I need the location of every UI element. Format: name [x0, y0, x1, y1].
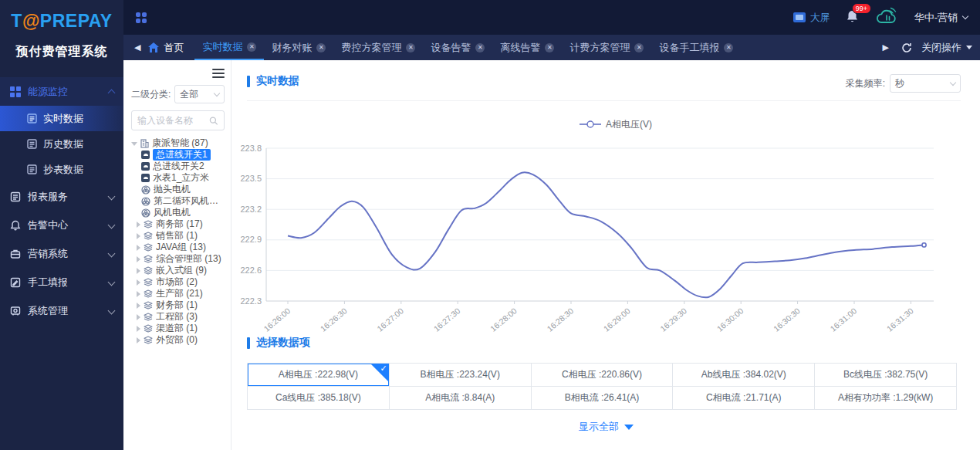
tab-1[interactable]: 财务对账✕: [264, 35, 333, 60]
tab-4[interactable]: 离线告警✕: [492, 35, 562, 60]
big-screen-button[interactable]: 大屏: [793, 11, 830, 25]
data-item-cell-1[interactable]: B相电压 :223.24(V): [390, 364, 532, 387]
panel-menu-icon[interactable]: [212, 66, 225, 80]
tab-close-icon[interactable]: ✕: [406, 43, 415, 52]
tree-device-5[interactable]: 风机电机: [141, 207, 225, 218]
category-select[interactable]: 全部: [174, 85, 225, 103]
sidebar-item-manual-fill[interactable]: 手工填报: [0, 268, 123, 296]
layers-icon: [144, 336, 153, 344]
tree-group-3[interactable]: 综合管理部 (13): [137, 253, 225, 265]
device-search-input[interactable]: [137, 115, 209, 126]
show-all-button[interactable]: 显示全部: [232, 420, 980, 434]
tree-root-company[interactable]: 康派智能 (87): [131, 137, 225, 149]
data-item-cell-2[interactable]: C相电压 :220.86(V): [532, 364, 674, 387]
data-item-cell-0[interactable]: A相电压 :222.98(V): [248, 364, 390, 387]
tree-device-3[interactable]: 抛头电机: [141, 184, 225, 195]
tabs-scroll-left-icon[interactable]: ◀: [131, 42, 144, 52]
voltage-line-chart[interactable]: 223.8223.5223.2222.9222.6222.316:26:0016…: [235, 108, 968, 340]
data-item-cell-4[interactable]: Bc线电压 :382.75(V): [815, 364, 957, 387]
tab-5[interactable]: 计费方案管理✕: [562, 35, 651, 60]
tab-close-icon[interactable]: ✕: [634, 43, 644, 52]
tree-group-4[interactable]: 嵌入式组 (9): [137, 265, 225, 276]
tab-label: 离线告警: [500, 41, 540, 55]
tree-group-7[interactable]: 财务部 (1): [137, 299, 225, 311]
sidebar-item-history-data[interactable]: 历史数据: [0, 131, 123, 157]
tab-home[interactable]: 首页: [148, 41, 184, 55]
sidebar-item-alarm-center[interactable]: 告警中心: [0, 211, 123, 239]
tree-group-0[interactable]: 商务部 (17): [137, 218, 225, 230]
caret-expanded-icon[interactable]: [131, 142, 137, 146]
sidebar-item-meter-reading-data[interactable]: 抄表数据: [0, 157, 123, 182]
caret-collapsed-icon[interactable]: [137, 222, 140, 228]
caret-collapsed-icon[interactable]: [137, 291, 140, 297]
data-item-cell-6[interactable]: A相电流 :8.84(A): [390, 387, 532, 410]
caret-collapsed-icon[interactable]: [137, 314, 140, 320]
tree-device-2[interactable]: 水表1_立方米: [141, 172, 225, 184]
caret-collapsed-icon[interactable]: [137, 256, 140, 262]
tab-label: 设备告警: [431, 41, 471, 55]
caret-collapsed-icon[interactable]: [137, 337, 140, 343]
edit-document-icon: [9, 276, 21, 288]
tree-device-4[interactable]: 第二循环风机电机: [141, 195, 225, 207]
caret-collapsed-icon[interactable]: [137, 326, 140, 332]
tabs-scroll-right-icon[interactable]: ▶: [880, 42, 892, 52]
tab-close-icon[interactable]: ✕: [475, 43, 485, 52]
document-icon: [26, 139, 37, 150]
section-accent-bar: [247, 337, 250, 349]
tab-2[interactable]: 费控方案管理✕: [333, 35, 423, 60]
tab-6[interactable]: 设备手工填报✕: [651, 35, 741, 60]
cloud-status-button[interactable]: [874, 6, 899, 29]
tree-group-5[interactable]: 市场部 (2): [137, 276, 225, 288]
user-menu[interactable]: 华中-营销: [914, 11, 968, 25]
layers-icon: [144, 220, 153, 228]
tab-close-icon[interactable]: ✕: [316, 43, 326, 52]
collapse-menu-icon[interactable]: [136, 12, 147, 23]
x-axis-tick-label: 16:31:00: [828, 306, 858, 333]
data-item-cell-9[interactable]: A相有功功率 :1.29(kW): [815, 387, 957, 410]
data-item-cell-8[interactable]: C相电流 :21.71(A): [673, 387, 815, 410]
y-axis-tick-label: 223.8: [240, 144, 262, 153]
data-item-label: C相电流 :21.71(A): [706, 391, 781, 404]
tree-group-label: 市场部 (2): [156, 276, 198, 288]
caret-collapsed-icon[interactable]: [137, 268, 140, 274]
tree-group-1[interactable]: 销售部 (1): [137, 230, 225, 242]
tree-group-10[interactable]: 外贸部 (0): [137, 334, 225, 346]
tree-group-8[interactable]: 工程部 (3): [137, 311, 225, 323]
sidebar-item-system-management[interactable]: 系统管理: [0, 296, 123, 325]
top-header-bar: 大屏 99+ 华中-营销: [123, 0, 980, 35]
caret-collapsed-icon[interactable]: [137, 245, 140, 251]
tab-close-icon[interactable]: ✕: [724, 43, 733, 52]
tab-3[interactable]: 设备告警✕: [423, 35, 492, 60]
safe-icon: [9, 305, 21, 316]
sidebar-item-label: 能源监控: [28, 85, 68, 99]
tree-group-6[interactable]: 生产部 (21): [137, 288, 225, 299]
caret-collapsed-icon[interactable]: [137, 233, 140, 239]
tab-0[interactable]: 实时数据✕: [194, 35, 264, 60]
tree-device-label: 第二循环风机电机: [154, 195, 225, 207]
close-operations-dropdown[interactable]: 关闭操作: [921, 41, 972, 55]
sidebar-item-report-service[interactable]: 报表服务: [0, 182, 123, 211]
sidebar-item-label: 历史数据: [43, 137, 83, 151]
tab-close-icon[interactable]: ✕: [247, 42, 256, 52]
caret-collapsed-icon[interactable]: [137, 303, 140, 309]
data-item-cell-7[interactable]: B相电流 :26.41(A): [532, 387, 674, 410]
notification-bell-button[interactable]: 99+: [846, 9, 859, 25]
tree-group-2[interactable]: JAVA组 (13): [137, 242, 225, 253]
document-icon: [26, 164, 37, 175]
x-axis-tick-label: 16:30:30: [772, 306, 802, 333]
sidebar-item-energy-monitor[interactable]: 能源监控: [0, 77, 123, 106]
sidebar-item-marketing-system[interactable]: 营销系统: [0, 239, 123, 268]
tab-close-icon[interactable]: ✕: [545, 43, 554, 52]
refresh-icon[interactable]: [901, 42, 912, 53]
collect-frequency-select[interactable]: 秒: [890, 74, 961, 93]
data-item-cell-3[interactable]: Ab线电压 :384.02(V): [673, 364, 815, 387]
tab-label: 实时数据: [202, 40, 242, 54]
tree-device-1[interactable]: 总进线开关2: [141, 161, 225, 172]
tree-device-0[interactable]: 总进线开关1: [141, 149, 225, 161]
tree-group-9[interactable]: 渠道部 (1): [137, 323, 225, 334]
caret-collapsed-icon[interactable]: [137, 279, 140, 286]
sidebar-item-realtime-data[interactable]: 实时数据: [0, 106, 123, 131]
data-item-cell-5[interactable]: Ca线电压 :385.18(V): [248, 387, 390, 410]
tree-device-label: 水表1_立方米: [153, 172, 209, 184]
chart-legend[interactable]: A相电压(V): [580, 119, 652, 130]
